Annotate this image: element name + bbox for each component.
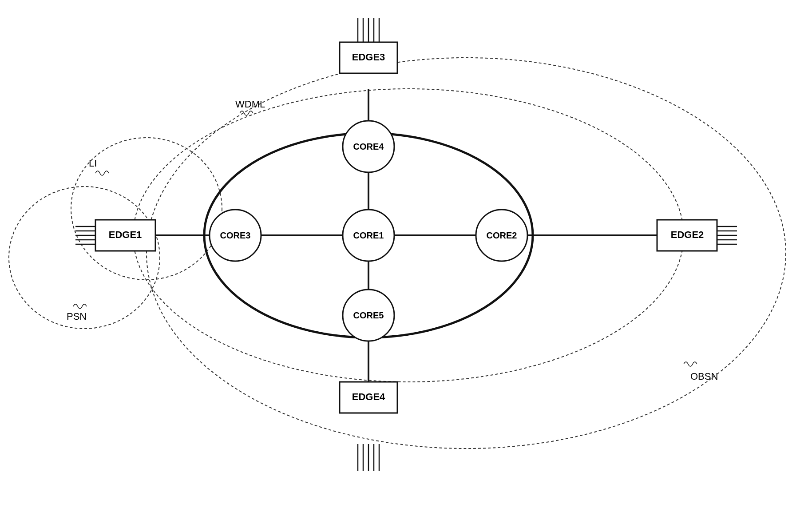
core3-label: CORE3 <box>220 230 251 240</box>
li-label: LI <box>89 158 97 169</box>
edge3-label: EDGE3 <box>352 52 385 63</box>
obsn-label: OBSN <box>690 371 718 382</box>
edge4-label: EDGE4 <box>352 391 385 402</box>
core4-label: CORE4 <box>353 142 384 151</box>
psn-squiggle <box>73 304 87 309</box>
wdml-label: WDML <box>235 99 265 110</box>
psn-circle <box>9 187 160 329</box>
edge2-label: EDGE2 <box>671 229 704 240</box>
obsn-squiggle <box>684 362 697 366</box>
core5-label: CORE5 <box>353 310 384 320</box>
edge1-label: EDGE1 <box>109 229 142 240</box>
core1-label: CORE1 <box>353 230 384 240</box>
li-squiggle <box>95 171 109 175</box>
psn-label: PSN <box>67 311 87 322</box>
core2-label: CORE2 <box>487 230 517 240</box>
